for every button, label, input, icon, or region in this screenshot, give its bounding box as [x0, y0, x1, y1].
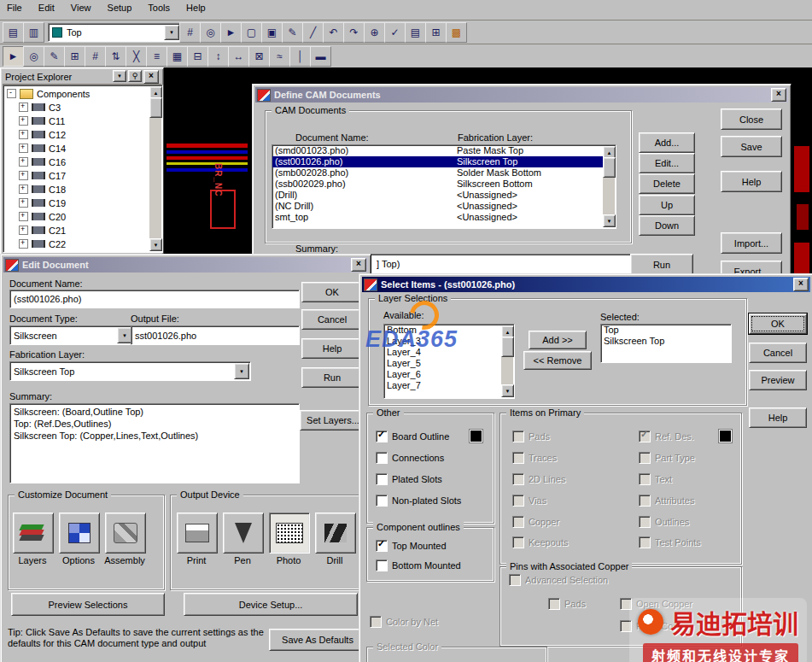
edit-tool-icon[interactable]: ✎: [44, 46, 65, 67]
menu-edit[interactable]: Edit: [32, 0, 61, 15]
cancel-button[interactable]: Cancel: [749, 343, 807, 363]
device-setup-button[interactable]: Device Setup...: [184, 593, 358, 616]
output-file-field[interactable]: sst001026.pho: [131, 325, 300, 345]
part-type-checkbox[interactable]: Part Type: [639, 452, 695, 464]
scroll-thumb[interactable]: [501, 337, 514, 357]
tree-item-c17[interactable]: C17: [19, 169, 66, 182]
add-layer-button[interactable]: Add >>: [529, 331, 587, 349]
expand-icon[interactable]: [19, 144, 28, 153]
help-button[interactable]: Help: [749, 407, 807, 428]
window-icon[interactable]: ⊞: [425, 22, 447, 43]
cam-doc-row[interactable]: (ssb002029.pho)Silkscreen Bottom: [272, 179, 616, 190]
collapse-icon[interactable]: [7, 89, 16, 98]
available-scrollbar[interactable]: [501, 325, 513, 397]
menu-help[interactable]: Help: [179, 0, 213, 15]
cursor-icon[interactable]: ►: [220, 22, 242, 43]
board-icon[interactable]: ▢: [241, 22, 262, 43]
options-button[interactable]: [59, 513, 100, 554]
add-button[interactable]: Add...: [639, 132, 695, 153]
open-copper-checkbox[interactable]: Open Copper: [620, 598, 692, 610]
close-icon[interactable]: [351, 258, 366, 272]
top-mounted-checkbox[interactable]: Top Mounted: [376, 540, 447, 552]
scroll-thumb[interactable]: [149, 97, 162, 118]
test-points-checkbox[interactable]: Test Points: [639, 536, 701, 548]
expand-icon[interactable]: [19, 239, 28, 249]
help-button[interactable]: Help: [301, 338, 363, 359]
tree-item-c22[interactable]: C22: [19, 237, 66, 250]
open-icon[interactable]: ▤: [3, 22, 24, 43]
non-plated-slots-checkbox[interactable]: Non-plated Slots: [376, 495, 461, 507]
layer-combo[interactable]: Top: [48, 23, 181, 42]
cam-doc-row[interactable]: (smb002028.pho)Solder Mask Bottom: [272, 167, 616, 179]
print-button[interactable]: [177, 513, 218, 554]
color-by-net-checkbox[interactable]: Color by Net: [370, 616, 438, 628]
stretch-v-icon[interactable]: ↕: [207, 46, 229, 67]
line-icon[interactable]: ╱: [302, 22, 324, 43]
menu-view[interactable]: View: [64, 0, 98, 15]
expand-icon[interactable]: [19, 130, 28, 139]
advanced-selection-checkbox[interactable]: Advanced Selection: [509, 574, 608, 586]
up-button[interactable]: Up: [639, 195, 695, 215]
delete-button[interactable]: Delete: [639, 173, 695, 194]
zoom-icon[interactable]: ⊕: [364, 22, 385, 43]
available-item[interactable]: Layer_3: [384, 336, 514, 347]
display-icon[interactable]: ▣: [261, 22, 283, 43]
draw-icon[interactable]: ✎: [282, 22, 303, 43]
close-icon[interactable]: [143, 70, 159, 84]
scroll-down-icon[interactable]: [603, 214, 616, 227]
scroll-down-icon[interactable]: [149, 238, 162, 251]
tree-scrollbar[interactable]: [149, 86, 161, 251]
menu-tools[interactable]: Tools: [141, 0, 177, 15]
cancel-button[interactable]: Cancel: [301, 309, 363, 330]
ok-button[interactable]: OK: [749, 313, 807, 334]
tree-item-c11[interactable]: C11: [19, 114, 65, 127]
tree-item-c14[interactable]: C14: [19, 142, 66, 155]
ref-des-checkbox[interactable]: Ref. Des.: [639, 431, 694, 442]
grid2-icon[interactable]: #: [85, 46, 106, 67]
cam-doc-row[interactable]: (NC Drill)<Unassigned>: [272, 201, 616, 212]
cam-doc-row[interactable]: (sst001026.pho)Silkscreen Top: [272, 156, 616, 167]
remove-layer-button[interactable]: << Remove: [523, 351, 592, 370]
expand-icon[interactable]: [19, 116, 28, 126]
collapse-icon[interactable]: ⊟: [187, 46, 208, 67]
available-item[interactable]: Layer_5: [384, 358, 514, 369]
chevron-down-icon[interactable]: [164, 25, 179, 40]
run-button[interactable]: Run: [630, 254, 693, 275]
close-icon[interactable]: [771, 88, 786, 102]
expand-icon[interactable]: [19, 185, 28, 194]
layers-button[interactable]: [13, 513, 54, 554]
cam-list-scrollbar[interactable]: [603, 146, 615, 227]
connections-checkbox[interactable]: Connections: [376, 452, 444, 464]
define-cam-titlebar[interactable]: Define CAM Documents: [255, 87, 788, 103]
expand-icon[interactable]: [19, 171, 28, 180]
plated-slots-checkbox[interactable]: Plated Slots: [376, 473, 442, 485]
preview-button[interactable]: Preview: [749, 370, 807, 390]
sheet-icon[interactable]: ▤: [405, 22, 426, 43]
pins-pads-checkbox[interactable]: Pads: [548, 598, 586, 610]
block-icon[interactable]: ▬: [310, 46, 331, 67]
cam-doc-row[interactable]: (Drill)<Unassigned>: [272, 190, 616, 201]
tree-item-c3[interactable]: C3: [19, 101, 61, 114]
tree-item-c19[interactable]: C19: [19, 196, 66, 209]
set-layers-button[interactable]: Set Layers...: [300, 410, 366, 431]
import-button[interactable]: Import...: [721, 232, 782, 254]
filled-copper-checkbox[interactable]: Filled Copper: [620, 620, 692, 632]
down-button[interactable]: Down: [639, 215, 695, 236]
close-tool-icon[interactable]: ⊠: [248, 46, 270, 67]
delete-icon[interactable]: ╳: [126, 46, 147, 67]
cam-doc-row[interactable]: smt_top<Unassigned>: [272, 212, 616, 223]
verify-icon[interactable]: ✓: [384, 22, 406, 43]
save-icon[interactable]: ▥: [23, 22, 44, 43]
expand-icon[interactable]: [19, 157, 28, 167]
expand-icon[interactable]: [19, 226, 28, 235]
edit-document-titlebar[interactable]: Edit Document: [3, 257, 368, 272]
wave-icon[interactable]: ≈: [269, 46, 290, 67]
scroll-thumb[interactable]: [603, 157, 616, 178]
selected-item[interactable]: Top: [601, 325, 731, 336]
photo-button[interactable]: [269, 513, 310, 554]
outlines-checkbox[interactable]: Outlines: [639, 516, 689, 528]
save-as-defaults-button[interactable]: Save As Defaults: [269, 629, 366, 651]
tree-item-c20[interactable]: C20: [19, 210, 66, 223]
save-button[interactable]: Save: [721, 136, 782, 157]
ok-button[interactable]: OK: [301, 282, 363, 302]
